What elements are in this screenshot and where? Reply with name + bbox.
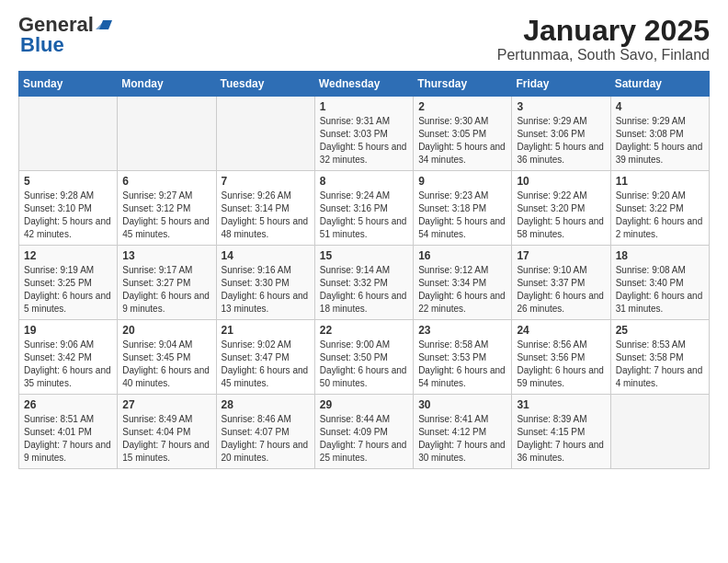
calendar-cell: 26Sunrise: 8:51 AMSunset: 4:01 PMDayligh… xyxy=(19,395,118,469)
calendar-cell: 10Sunrise: 9:22 AMSunset: 3:20 PMDayligh… xyxy=(512,171,610,246)
day-info: Sunrise: 9:26 AMSunset: 3:14 PMDaylight:… xyxy=(222,190,309,239)
day-info: Sunrise: 9:10 AMSunset: 3:37 PMDaylight:… xyxy=(517,265,604,314)
calendar-week-row: 1Sunrise: 9:31 AMSunset: 3:03 PMDaylight… xyxy=(19,97,710,171)
day-number: 3 xyxy=(517,100,605,113)
day-number: 30 xyxy=(418,398,506,411)
calendar-cell: 18Sunrise: 9:08 AMSunset: 3:40 PMDayligh… xyxy=(610,246,709,320)
day-number: 20 xyxy=(122,324,210,337)
calendar-cell: 20Sunrise: 9:04 AMSunset: 3:45 PMDayligh… xyxy=(118,320,216,395)
day-number: 14 xyxy=(222,249,310,262)
logo-blue: Blue xyxy=(20,35,64,55)
calendar-cell xyxy=(610,395,709,469)
calendar-cell: 6Sunrise: 9:27 AMSunset: 3:12 PMDaylight… xyxy=(118,171,216,246)
weekday-header-monday: Monday xyxy=(118,72,216,97)
day-info: Sunrise: 9:06 AMSunset: 3:42 PMDaylight:… xyxy=(24,339,111,388)
day-number: 6 xyxy=(122,175,210,188)
calendar-cell: 11Sunrise: 9:20 AMSunset: 3:22 PMDayligh… xyxy=(610,171,709,246)
day-number: 26 xyxy=(24,398,112,411)
day-info: Sunrise: 8:41 AMSunset: 4:12 PMDaylight:… xyxy=(418,414,506,463)
calendar-cell: 30Sunrise: 8:41 AMSunset: 4:12 PMDayligh… xyxy=(414,395,512,469)
day-number: 4 xyxy=(616,100,704,113)
day-info: Sunrise: 9:30 AMSunset: 3:05 PMDaylight:… xyxy=(418,116,506,165)
day-info: Sunrise: 8:53 AMSunset: 3:58 PMDaylight:… xyxy=(616,339,703,388)
day-number: 28 xyxy=(222,398,310,411)
calendar-cell: 28Sunrise: 8:46 AMSunset: 4:07 PMDayligh… xyxy=(216,395,314,469)
calendar-cell: 1Sunrise: 9:31 AMSunset: 3:03 PMDaylight… xyxy=(314,97,413,171)
weekday-header-thursday: Thursday xyxy=(414,72,512,97)
calendar-cell: 8Sunrise: 9:24 AMSunset: 3:16 PMDaylight… xyxy=(314,171,413,246)
day-info: Sunrise: 9:29 AMSunset: 3:06 PMDaylight:… xyxy=(517,116,604,165)
page-subtitle: Pertunmaa, South Savo, Finland xyxy=(497,47,710,63)
day-info: Sunrise: 9:00 AMSunset: 3:50 PMDaylight:… xyxy=(320,339,407,388)
day-info: Sunrise: 9:31 AMSunset: 3:03 PMDaylight:… xyxy=(320,116,407,165)
calendar-cell xyxy=(216,97,314,171)
calendar-cell: 2Sunrise: 9:30 AMSunset: 3:05 PMDaylight… xyxy=(414,97,512,171)
day-number: 11 xyxy=(616,175,704,188)
logo: General Blue xyxy=(18,15,112,55)
day-number: 1 xyxy=(320,100,408,113)
day-number: 23 xyxy=(418,324,506,337)
day-number: 16 xyxy=(418,249,506,262)
calendar-cell: 13Sunrise: 9:17 AMSunset: 3:27 PMDayligh… xyxy=(118,246,216,320)
day-number: 9 xyxy=(418,175,506,188)
day-number: 27 xyxy=(122,398,210,411)
calendar-cell: 4Sunrise: 9:29 AMSunset: 3:08 PMDaylight… xyxy=(610,97,709,171)
day-info: Sunrise: 8:46 AMSunset: 4:07 PMDaylight:… xyxy=(222,414,309,463)
day-number: 21 xyxy=(222,324,310,337)
calendar-cell: 22Sunrise: 9:00 AMSunset: 3:50 PMDayligh… xyxy=(314,320,413,395)
day-number: 8 xyxy=(320,175,408,188)
day-number: 13 xyxy=(122,249,210,262)
day-number: 22 xyxy=(320,324,408,337)
weekday-header-tuesday: Tuesday xyxy=(216,72,314,97)
day-info: Sunrise: 9:08 AMSunset: 3:40 PMDaylight:… xyxy=(616,265,703,314)
calendar-week-row: 19Sunrise: 9:06 AMSunset: 3:42 PMDayligh… xyxy=(19,320,710,395)
calendar-table: SundayMondayTuesdayWednesdayThursdayFrid… xyxy=(18,71,710,469)
day-info: Sunrise: 8:49 AMSunset: 4:04 PMDaylight:… xyxy=(122,414,210,463)
calendar-cell: 31Sunrise: 8:39 AMSunset: 4:15 PMDayligh… xyxy=(512,395,610,469)
calendar-cell: 23Sunrise: 8:58 AMSunset: 3:53 PMDayligh… xyxy=(414,320,512,395)
day-info: Sunrise: 9:02 AMSunset: 3:47 PMDaylight:… xyxy=(222,339,309,388)
calendar-week-row: 12Sunrise: 9:19 AMSunset: 3:25 PMDayligh… xyxy=(19,246,710,320)
weekday-header-friday: Friday xyxy=(512,72,610,97)
header: General Blue January 2025 Pertunmaa, Sou… xyxy=(18,15,710,63)
day-info: Sunrise: 9:14 AMSunset: 3:32 PMDaylight:… xyxy=(320,265,407,314)
day-info: Sunrise: 9:17 AMSunset: 3:27 PMDaylight:… xyxy=(122,265,210,314)
calendar-week-row: 5Sunrise: 9:28 AMSunset: 3:10 PMDaylight… xyxy=(19,171,710,246)
day-number: 25 xyxy=(616,324,704,337)
day-info: Sunrise: 9:16 AMSunset: 3:30 PMDaylight:… xyxy=(222,265,309,314)
calendar-cell: 3Sunrise: 9:29 AMSunset: 3:06 PMDaylight… xyxy=(512,97,610,171)
day-info: Sunrise: 8:51 AMSunset: 4:01 PMDaylight:… xyxy=(24,414,111,463)
calendar-cell: 21Sunrise: 9:02 AMSunset: 3:47 PMDayligh… xyxy=(216,320,314,395)
day-info: Sunrise: 9:24 AMSunset: 3:16 PMDaylight:… xyxy=(320,190,407,239)
calendar-cell: 25Sunrise: 8:53 AMSunset: 3:58 PMDayligh… xyxy=(610,320,709,395)
calendar-week-row: 26Sunrise: 8:51 AMSunset: 4:01 PMDayligh… xyxy=(19,395,710,469)
calendar-cell: 12Sunrise: 9:19 AMSunset: 3:25 PMDayligh… xyxy=(19,246,118,320)
day-number: 10 xyxy=(517,175,605,188)
calendar-cell xyxy=(118,97,216,171)
day-info: Sunrise: 9:20 AMSunset: 3:22 PMDaylight:… xyxy=(616,190,703,239)
day-number: 17 xyxy=(517,249,605,262)
day-number: 31 xyxy=(517,398,605,411)
day-info: Sunrise: 9:04 AMSunset: 3:45 PMDaylight:… xyxy=(122,339,210,388)
day-info: Sunrise: 9:23 AMSunset: 3:18 PMDaylight:… xyxy=(418,190,506,239)
calendar-cell: 16Sunrise: 9:12 AMSunset: 3:34 PMDayligh… xyxy=(414,246,512,320)
calendar-cell: 27Sunrise: 8:49 AMSunset: 4:04 PMDayligh… xyxy=(118,395,216,469)
day-info: Sunrise: 9:28 AMSunset: 3:10 PMDaylight:… xyxy=(24,190,111,239)
weekday-header-wednesday: Wednesday xyxy=(314,72,413,97)
calendar-cell: 9Sunrise: 9:23 AMSunset: 3:18 PMDaylight… xyxy=(414,171,512,246)
day-number: 24 xyxy=(517,324,605,337)
day-info: Sunrise: 8:58 AMSunset: 3:53 PMDaylight:… xyxy=(418,339,506,388)
day-number: 2 xyxy=(418,100,506,113)
calendar-cell: 15Sunrise: 9:14 AMSunset: 3:32 PMDayligh… xyxy=(314,246,413,320)
day-info: Sunrise: 8:44 AMSunset: 4:09 PMDaylight:… xyxy=(320,414,407,463)
weekday-header-row: SundayMondayTuesdayWednesdayThursdayFrid… xyxy=(19,72,710,97)
calendar-cell: 29Sunrise: 8:44 AMSunset: 4:09 PMDayligh… xyxy=(314,395,413,469)
day-number: 5 xyxy=(24,175,112,188)
day-number: 19 xyxy=(24,324,112,337)
weekday-header-sunday: Sunday xyxy=(19,72,118,97)
day-info: Sunrise: 9:12 AMSunset: 3:34 PMDaylight:… xyxy=(418,265,506,314)
day-number: 15 xyxy=(320,249,408,262)
calendar-cell xyxy=(19,97,118,171)
day-number: 7 xyxy=(222,175,310,188)
day-info: Sunrise: 9:29 AMSunset: 3:08 PMDaylight:… xyxy=(616,116,703,165)
